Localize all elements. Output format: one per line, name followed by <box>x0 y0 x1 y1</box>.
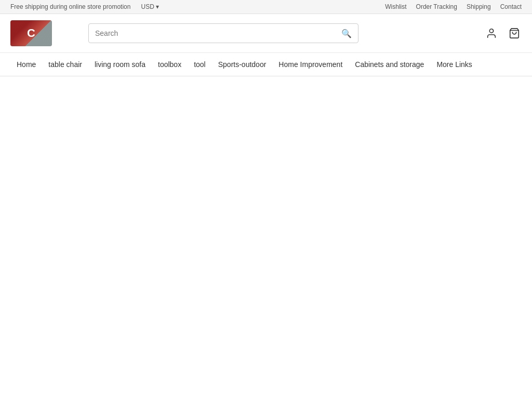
currency-selector[interactable]: USD ▾ <box>141 3 158 10</box>
site-header: 🔍 <box>0 14 532 53</box>
main-content <box>263 239 269 390</box>
nav-table-chair[interactable]: table chair <box>42 53 88 76</box>
currency-chevron-down-icon: ▾ <box>156 3 159 10</box>
nav-more-links[interactable]: More Links <box>430 53 478 76</box>
search-bar[interactable]: 🔍 <box>88 23 358 43</box>
contact-link[interactable]: Contact <box>500 3 522 10</box>
nav-home-improvement[interactable]: Home Improvement <box>272 53 349 76</box>
product-section <box>263 255 269 390</box>
svg-point-0 <box>489 29 493 33</box>
header-icons <box>484 26 522 41</box>
top-bar-left: Free shipping during online store promot… <box>10 3 159 10</box>
nav-living-room-sofa[interactable]: living room sofa <box>88 53 152 76</box>
currency-label: USD <box>141 3 154 10</box>
search-input[interactable] <box>95 29 341 37</box>
shipping-link[interactable]: Shipping <box>467 3 491 10</box>
site-logo[interactable] <box>10 20 52 46</box>
top-bar-right: Wishlist Order Tracking Shipping Contact <box>385 3 522 10</box>
top-bar: Free shipping during online store promot… <box>0 0 532 14</box>
search-icon[interactable]: 🔍 <box>341 29 352 38</box>
nav-home[interactable]: Home <box>10 53 42 76</box>
cart-icon[interactable] <box>507 26 522 41</box>
nav-tool[interactable]: tool <box>188 53 212 76</box>
main-nav: Home table chair living room sofa toolbo… <box>0 53 532 76</box>
nav-toolbox[interactable]: toolbox <box>152 53 188 76</box>
free-shipping-label: Free shipping during online store promot… <box>10 3 130 10</box>
wishlist-link[interactable]: Wishlist <box>385 3 406 10</box>
logo-area[interactable] <box>10 20 78 46</box>
account-icon[interactable] <box>484 26 499 41</box>
order-tracking-link[interactable]: Order Tracking <box>416 3 457 10</box>
nav-cabinets-storage[interactable]: Cabinets and storage <box>349 53 430 76</box>
nav-sports-outdoor[interactable]: Sports-outdoor <box>212 53 273 76</box>
